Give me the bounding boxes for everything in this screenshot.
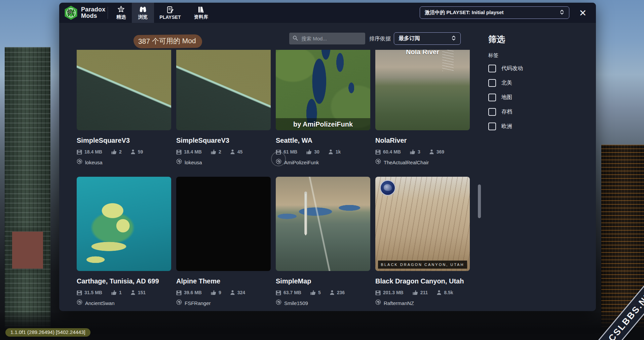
tab-library[interactable]: 资料库: [186, 3, 216, 23]
tag-checkbox[interactable]: [488, 65, 496, 72]
mod-thumbnail[interactable]: [176, 177, 271, 271]
game-version-text: 1.1.0f1 (289.26494) [5402.24443]: [5, 328, 90, 337]
mod-likes: 3: [410, 148, 420, 155]
mod-thumbnail[interactable]: [276, 177, 370, 271]
mod-likes: 2: [211, 148, 221, 155]
mod-card[interactable]: SimpleMap 63.7 MB 5 236 Smile1509: [276, 177, 370, 307]
mod-size: 201.3 MB: [375, 289, 404, 296]
mod-stats: 201.3 MB 211 8.5k: [375, 289, 470, 296]
mod-thumbnail[interactable]: [176, 50, 271, 130]
playset-icon: [166, 6, 175, 13]
mod-card[interactable]: Alpine Theme 39.6 MB 9 324 FSFRanger: [176, 177, 271, 307]
tag-checkbox[interactable]: [488, 123, 496, 130]
tag-checkbox[interactable]: [488, 108, 496, 116]
mod-author: TheActualRealChair: [375, 159, 470, 166]
subscribers-icon: [230, 290, 235, 295]
tags-group-label: 标签: [488, 52, 498, 59]
background-ground: [0, 312, 644, 340]
filter-tag-row[interactable]: 存档: [488, 108, 589, 115]
tab-featured[interactable]: 精选: [110, 3, 132, 23]
thumbs-up-icon: [410, 149, 415, 155]
mod-author: RaftermanNZ: [375, 299, 470, 307]
filters-title: 筛选: [488, 34, 505, 45]
filter-tag-row[interactable]: 代码改动: [488, 65, 589, 72]
mod-card[interactable]: Black Dragon Canyon, Utah Black Dragon C…: [375, 177, 470, 307]
mod-title: NolaRiver: [375, 136, 470, 144]
star-icon: [117, 6, 125, 13]
mod-card[interactable]: Nola River NolaRiver 60.4 MB 3 369 TheAc…: [375, 50, 470, 166]
sort-select[interactable]: 最多订阅: [394, 32, 461, 45]
thumbs-up-icon: [306, 149, 312, 155]
mod-author: lokeusa: [176, 159, 271, 166]
tag-checkbox[interactable]: [488, 79, 496, 87]
tab-playset[interactable]: PLAYSET: [154, 3, 186, 23]
mod-author: lokeusa: [77, 159, 171, 166]
filter-tag-row[interactable]: 欧洲: [488, 123, 589, 130]
mod-card[interactable]: Carthage, Tunisia, AD 699 31.5 MB 1 151 …: [77, 177, 171, 307]
subscribers-icon: [328, 149, 333, 155]
paradox-mods-brand: Paradox Mods: [64, 5, 105, 20]
sort-select-value: 最多订阅: [399, 35, 420, 42]
mod-thumbnail[interactable]: [77, 50, 171, 130]
mod-stats: 18.4 MB 2 59: [77, 148, 171, 155]
modal-topbar: Paradox Mods 精选 浏览 PLAYSET 资料库 激活中的 PLAY…: [59, 3, 596, 23]
mod-stats: 18.4 MB 2 45: [176, 148, 271, 155]
close-icon[interactable]: ✕: [577, 7, 589, 19]
paradox-author-icon: [77, 159, 82, 166]
mod-thumbnail[interactable]: Black Dragon Canyon, Utah: [375, 177, 470, 271]
subscribers-icon: [130, 149, 136, 155]
tag-checkbox[interactable]: [488, 94, 496, 101]
topbar-divider: [108, 7, 108, 19]
mod-author: FSFRanger: [176, 299, 271, 307]
library-icon: [197, 6, 205, 13]
subscribers-icon: [429, 149, 434, 155]
thumbnail-caption: Black Dragon Canyon, Utah: [378, 261, 467, 269]
paradox-author-icon: [375, 159, 381, 166]
mod-thumbnail[interactable]: by AmiPolizeiFunk: [276, 50, 370, 130]
mod-subscribers: 151: [130, 289, 146, 296]
mod-thumbnail[interactable]: Nola River: [375, 50, 470, 130]
binoculars-icon: [139, 6, 147, 13]
background-building-small: [12, 232, 43, 269]
search-box[interactable]: [289, 33, 365, 44]
mod-card[interactable]: SimpleSquareV3 18.4 MB 2 45 lokeusa: [176, 50, 271, 166]
tab-browse[interactable]: 浏览: [132, 3, 154, 23]
scrollbar-thumb[interactable]: [478, 184, 481, 218]
mod-size: 63.7 MB: [276, 289, 301, 296]
thumbs-up-icon: [211, 149, 216, 155]
thumbs-up-icon: [412, 290, 418, 295]
file-size-icon: [77, 149, 82, 155]
mod-card[interactable]: by AmiPolizeiFunk Seattle, WA 61 MB 30 1…: [276, 50, 370, 166]
mod-size: 39.6 MB: [176, 289, 202, 296]
thumbs-up-icon: [310, 290, 316, 295]
stepper-icon: [451, 35, 456, 42]
mod-stats: 61 MB 30 1k: [276, 148, 370, 155]
filter-tag-row[interactable]: 北美: [488, 79, 589, 87]
available-mods-count: 387 个可用的 Mod: [134, 34, 202, 48]
mod-thumbnail[interactable]: [77, 177, 171, 271]
background-building-left: [5, 47, 50, 340]
search-icon: [293, 35, 298, 42]
tag-label: 北美: [501, 79, 512, 87]
tag-label: 地图: [501, 94, 512, 101]
search-input[interactable]: [301, 35, 362, 42]
mod-stats: 63.7 MB 5 236: [276, 289, 370, 296]
thumbs-up-icon: [111, 290, 117, 295]
file-size-icon: [176, 149, 182, 155]
filter-tag-row[interactable]: 地图: [488, 94, 589, 101]
mod-size: 31.5 MB: [77, 289, 102, 296]
mod-title: SimpleMap: [276, 277, 370, 285]
mod-size: 18.4 MB: [77, 148, 102, 155]
mod-stats: 39.6 MB 9 324: [176, 289, 271, 296]
subscribers-icon: [330, 290, 335, 295]
mod-card[interactable]: SimpleSquareV3 18.4 MB 2 59 lokeusa: [77, 50, 171, 166]
topbar-tabs: 精选 浏览 PLAYSET 资料库: [110, 3, 216, 23]
mod-stats: 60.4 MB 3 369: [375, 148, 470, 155]
mod-grid: SimpleSquareV3 18.4 MB 2 59 lokeusa Simp…: [59, 50, 484, 311]
tag-list: 代码改动 北美 地图 存档 欧洲: [488, 65, 589, 137]
mod-title: Black Dragon Canyon, Utah: [375, 277, 470, 285]
file-size-icon: [276, 290, 281, 295]
file-size-icon: [176, 290, 182, 295]
active-playset-select[interactable]: 激活中的 PLAYSET: Initial playset: [420, 6, 569, 19]
thumbnail-caption: by AmiPolizeiFunk: [276, 118, 370, 130]
